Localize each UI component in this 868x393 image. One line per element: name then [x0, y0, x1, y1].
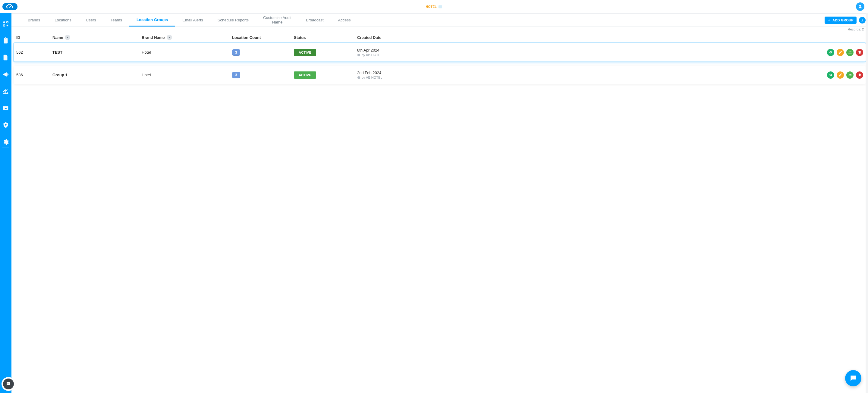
side-rail — [0, 13, 11, 393]
tab-brands[interactable]: Brands — [21, 13, 47, 27]
info-icon — [357, 53, 361, 57]
cell-brand: Hotel — [142, 50, 232, 55]
svg-point-0 — [3, 21, 5, 23]
group-button[interactable] — [846, 71, 854, 79]
message-icon — [6, 381, 11, 387]
tab-access[interactable]: Access — [331, 13, 358, 27]
chat-fab[interactable] — [845, 370, 861, 386]
cell-status: ACTIVE — [294, 71, 357, 79]
add-group-label: ADD GROUP — [832, 19, 854, 22]
analytics-icon[interactable] — [2, 88, 9, 95]
view-button[interactable] — [827, 49, 834, 56]
sort-brand-icon — [167, 35, 172, 40]
col-created: Created Date — [357, 35, 814, 40]
content-area: BrandsLocationsUsersTeamsLocation Groups… — [11, 13, 868, 393]
download-button[interactable] — [859, 17, 866, 24]
tab-locations[interactable]: Locations — [47, 13, 79, 27]
status-badge: ACTIVE — [294, 49, 316, 56]
created-by: by AB HOTEL — [357, 53, 814, 57]
cell-actions — [814, 49, 863, 56]
add-group-button[interactable]: ADD GROUP — [825, 17, 857, 24]
document-icon[interactable] — [2, 54, 9, 61]
svg-point-1 — [7, 21, 8, 23]
cell-name: Group 1 — [53, 72, 142, 77]
records-count: Records: 2 — [848, 27, 864, 31]
megaphone-icon[interactable] — [2, 71, 9, 78]
svg-point-3 — [7, 25, 8, 27]
cloud-check-icon — [5, 4, 15, 9]
tab-broadcast[interactable]: Broadcast — [299, 13, 331, 27]
svg-point-8 — [830, 74, 831, 75]
created-date: 8th Apr 2024 — [357, 48, 814, 53]
col-id: ID — [16, 35, 53, 40]
info-icon — [357, 76, 361, 79]
sort-name-icon — [65, 35, 70, 40]
download-icon — [861, 19, 864, 22]
cell-created: 2nd Feb 2024by AB HOTEL — [357, 70, 814, 79]
cell-id: 562 — [16, 50, 53, 55]
col-name[interactable]: Name — [53, 35, 142, 40]
table-row[interactable]: 562TESTHotel3ACTIVE8th Apr 2024by AB HOT… — [14, 43, 866, 61]
svg-point-6 — [830, 52, 831, 53]
app-logo[interactable] — [2, 3, 18, 10]
apps-icon[interactable] — [2, 21, 9, 27]
cell-status: ACTIVE — [294, 49, 357, 56]
clipboard-icon[interactable] — [2, 37, 9, 44]
plus-icon — [828, 19, 831, 22]
tab-row: BrandsLocationsUsersTeamsLocation Groups… — [11, 13, 868, 27]
svg-point-2 — [3, 25, 5, 27]
user-avatar-button[interactable] — [856, 2, 864, 11]
brand-chip-icon — [438, 5, 442, 8]
view-button[interactable] — [827, 71, 834, 79]
brand-indicator: HOTEL — [426, 5, 442, 8]
table-header: ID Name Brand Name Location Count Status… — [14, 32, 866, 43]
messages-fab[interactable] — [3, 379, 14, 389]
cell-location-count: 3 — [232, 72, 294, 78]
edit-button[interactable] — [837, 49, 844, 56]
chat-icon — [849, 374, 857, 382]
count-badge: 3 — [232, 49, 240, 56]
edit-button[interactable] — [837, 71, 844, 79]
delete-button[interactable] — [856, 71, 863, 79]
settings-icon[interactable] — [2, 139, 9, 145]
cell-location-count: 3 — [232, 49, 294, 56]
created-date: 2nd Feb 2024 — [357, 70, 814, 75]
cell-id: 536 — [16, 72, 53, 77]
cell-name: TEST — [53, 50, 142, 55]
tab-location-groups[interactable]: Location Groups — [129, 13, 175, 27]
created-by: by AB HOTEL — [357, 75, 814, 79]
tab-schedule-reports[interactable]: Schedule Reports — [210, 13, 256, 27]
group-button[interactable] — [846, 49, 854, 56]
tab-email-alerts[interactable]: Email Alerts — [175, 13, 210, 27]
user-icon — [858, 4, 863, 9]
inbox-icon[interactable] — [2, 105, 9, 112]
top-bar: HOTEL — [0, 0, 868, 13]
cell-actions — [814, 71, 863, 79]
tab-users[interactable]: Users — [79, 13, 103, 27]
col-status: Status — [294, 35, 357, 40]
scrollbar[interactable] — [866, 13, 868, 393]
table-wrapper: ID Name Brand Name Location Count Status… — [11, 32, 868, 393]
col-location-count: Location Count — [232, 35, 294, 40]
cell-created: 8th Apr 2024by AB HOTEL — [357, 48, 814, 57]
count-badge: 3 — [232, 72, 240, 78]
svg-point-4 — [5, 124, 7, 126]
shield-icon[interactable] — [2, 122, 9, 128]
col-brand[interactable]: Brand Name — [142, 35, 232, 40]
brand-label: HOTEL — [426, 5, 437, 8]
tab-teams[interactable]: Teams — [103, 13, 129, 27]
delete-button[interactable] — [856, 49, 863, 56]
cell-brand: Hotel — [142, 72, 232, 77]
status-badge: ACTIVE — [294, 71, 316, 79]
table-row[interactable]: 536Group 1Hotel3ACTIVE2nd Feb 2024by AB … — [14, 66, 866, 84]
tab-customise-audit[interactable]: Customise AuditName — [256, 13, 299, 27]
